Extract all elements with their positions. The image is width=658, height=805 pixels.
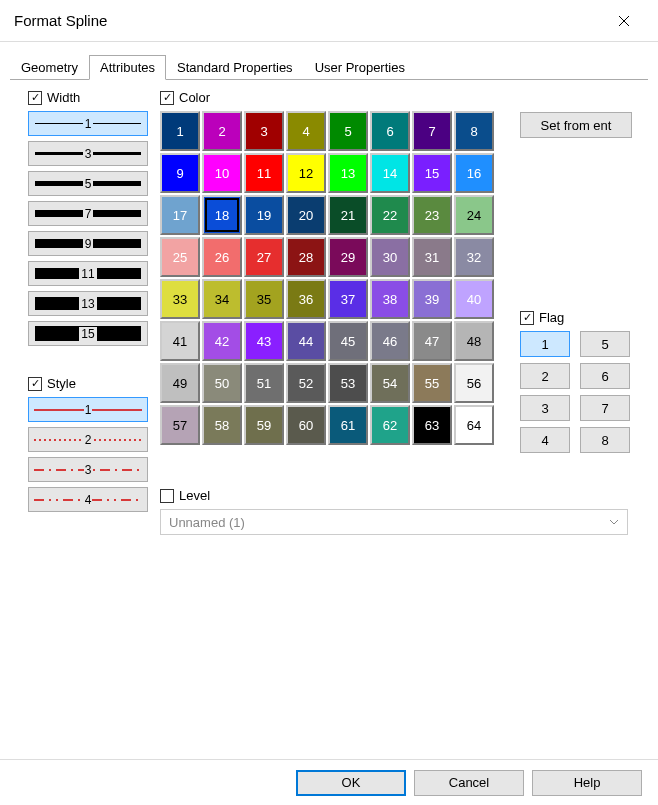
color-swatch-50[interactable]: 50 [202, 363, 242, 403]
color-swatch-27[interactable]: 27 [244, 237, 284, 277]
color-swatch-58[interactable]: 58 [202, 405, 242, 445]
color-swatch-15[interactable]: 15 [412, 153, 452, 193]
color-swatch-45[interactable]: 45 [328, 321, 368, 361]
color-swatch-5[interactable]: 5 [328, 111, 368, 151]
tab-user-properties[interactable]: User Properties [304, 55, 416, 80]
width-option-13[interactable]: 13 [28, 291, 148, 316]
color-swatch-37[interactable]: 37 [328, 279, 368, 319]
flag-checkbox-row[interactable]: ✓ Flag [520, 310, 632, 325]
flag-option-3[interactable]: 3 [520, 395, 570, 421]
color-swatch-3[interactable]: 3 [244, 111, 284, 151]
width-option-9[interactable]: 9 [28, 231, 148, 256]
tab-standard-properties[interactable]: Standard Properties [166, 55, 304, 80]
color-swatch-43[interactable]: 43 [244, 321, 284, 361]
color-swatch-62[interactable]: 62 [370, 405, 410, 445]
help-button[interactable]: Help [532, 770, 642, 796]
level-checkbox[interactable] [160, 489, 174, 503]
flag-option-2[interactable]: 2 [520, 363, 570, 389]
color-checkbox[interactable]: ✓ [160, 91, 174, 105]
color-swatch-47[interactable]: 47 [412, 321, 452, 361]
color-swatch-52[interactable]: 52 [286, 363, 326, 403]
color-swatch-60[interactable]: 60 [286, 405, 326, 445]
set-from-ent-button[interactable]: Set from ent [520, 112, 632, 138]
width-option-7[interactable]: 7 [28, 201, 148, 226]
color-swatch-51[interactable]: 51 [244, 363, 284, 403]
width-option-3[interactable]: 3 [28, 141, 148, 166]
color-swatch-20[interactable]: 20 [286, 195, 326, 235]
color-swatch-14[interactable]: 14 [370, 153, 410, 193]
cancel-button[interactable]: Cancel [414, 770, 524, 796]
color-swatch-64[interactable]: 64 [454, 405, 494, 445]
color-swatch-30[interactable]: 30 [370, 237, 410, 277]
width-checkbox[interactable]: ✓ [28, 91, 42, 105]
color-swatch-11[interactable]: 11 [244, 153, 284, 193]
style-option-2[interactable]: 2 [28, 427, 148, 452]
color-swatch-59[interactable]: 59 [244, 405, 284, 445]
color-swatch-13[interactable]: 13 [328, 153, 368, 193]
color-swatch-57[interactable]: 57 [160, 405, 200, 445]
flag-option-7[interactable]: 7 [580, 395, 630, 421]
flag-option-1[interactable]: 1 [520, 331, 570, 357]
style-checkbox[interactable]: ✓ [28, 377, 42, 391]
ok-button[interactable]: OK [296, 770, 406, 796]
style-option-1[interactable]: 1 [28, 397, 148, 422]
color-swatch-7[interactable]: 7 [412, 111, 452, 151]
color-swatch-10[interactable]: 10 [202, 153, 242, 193]
flag-option-5[interactable]: 5 [580, 331, 630, 357]
color-swatch-23[interactable]: 23 [412, 195, 452, 235]
width-option-5[interactable]: 5 [28, 171, 148, 196]
color-swatch-63[interactable]: 63 [412, 405, 452, 445]
color-swatch-12[interactable]: 12 [286, 153, 326, 193]
color-swatch-22[interactable]: 22 [370, 195, 410, 235]
tab-attributes[interactable]: Attributes [89, 55, 166, 80]
flag-option-4[interactable]: 4 [520, 427, 570, 453]
color-swatch-18[interactable]: 18 [202, 195, 242, 235]
flag-checkbox[interactable]: ✓ [520, 311, 534, 325]
color-swatch-2[interactable]: 2 [202, 111, 242, 151]
color-swatch-6[interactable]: 6 [370, 111, 410, 151]
color-swatch-54[interactable]: 54 [370, 363, 410, 403]
color-swatch-4[interactable]: 4 [286, 111, 326, 151]
color-swatch-24[interactable]: 24 [454, 195, 494, 235]
style-option-3[interactable]: 3 [28, 457, 148, 482]
color-swatch-29[interactable]: 29 [328, 237, 368, 277]
level-dropdown[interactable]: Unnamed (1) [160, 509, 628, 535]
color-swatch-32[interactable]: 32 [454, 237, 494, 277]
color-swatch-25[interactable]: 25 [160, 237, 200, 277]
color-swatch-48[interactable]: 48 [454, 321, 494, 361]
color-swatch-26[interactable]: 26 [202, 237, 242, 277]
color-swatch-33[interactable]: 33 [160, 279, 200, 319]
color-swatch-17[interactable]: 17 [160, 195, 200, 235]
level-checkbox-row[interactable]: Level [160, 488, 628, 503]
flag-option-6[interactable]: 6 [580, 363, 630, 389]
color-swatch-61[interactable]: 61 [328, 405, 368, 445]
color-swatch-36[interactable]: 36 [286, 279, 326, 319]
color-swatch-41[interactable]: 41 [160, 321, 200, 361]
tab-geometry[interactable]: Geometry [10, 55, 89, 80]
color-swatch-34[interactable]: 34 [202, 279, 242, 319]
color-swatch-16[interactable]: 16 [454, 153, 494, 193]
width-option-11[interactable]: 11 [28, 261, 148, 286]
color-swatch-53[interactable]: 53 [328, 363, 368, 403]
color-swatch-21[interactable]: 21 [328, 195, 368, 235]
color-swatch-44[interactable]: 44 [286, 321, 326, 361]
color-swatch-46[interactable]: 46 [370, 321, 410, 361]
color-swatch-42[interactable]: 42 [202, 321, 242, 361]
style-option-4[interactable]: 4 [28, 487, 148, 512]
color-swatch-35[interactable]: 35 [244, 279, 284, 319]
color-checkbox-row[interactable]: ✓ Color [160, 90, 494, 105]
color-swatch-9[interactable]: 9 [160, 153, 200, 193]
color-swatch-39[interactable]: 39 [412, 279, 452, 319]
color-swatch-1[interactable]: 1 [160, 111, 200, 151]
color-swatch-8[interactable]: 8 [454, 111, 494, 151]
width-checkbox-row[interactable]: ✓ Width [28, 90, 158, 105]
style-checkbox-row[interactable]: ✓ Style [28, 376, 158, 391]
color-swatch-40[interactable]: 40 [454, 279, 494, 319]
color-swatch-49[interactable]: 49 [160, 363, 200, 403]
color-swatch-55[interactable]: 55 [412, 363, 452, 403]
width-option-1[interactable]: 1 [28, 111, 148, 136]
color-swatch-28[interactable]: 28 [286, 237, 326, 277]
color-swatch-19[interactable]: 19 [244, 195, 284, 235]
flag-option-8[interactable]: 8 [580, 427, 630, 453]
close-button[interactable] [604, 6, 644, 36]
